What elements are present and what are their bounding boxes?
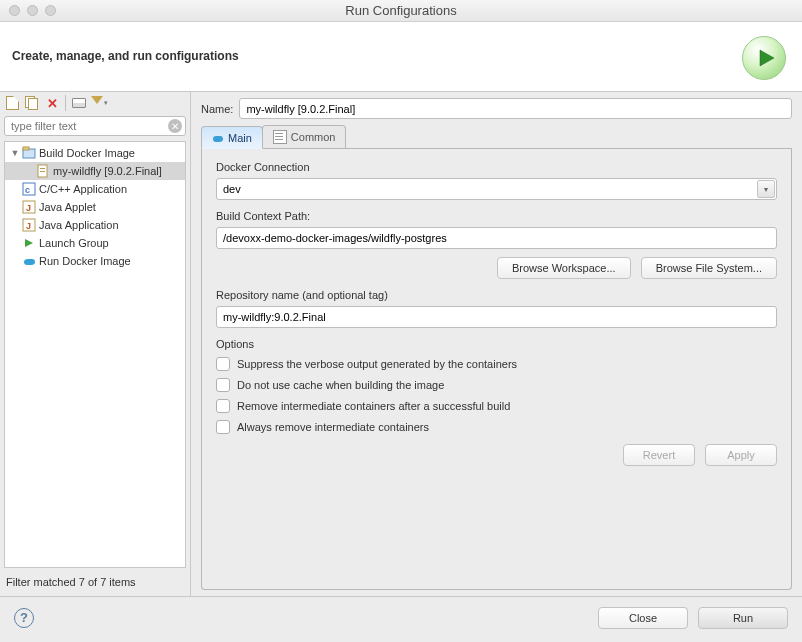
svg-text:J: J xyxy=(26,221,31,231)
option-label: Remove intermediate containers after a s… xyxy=(237,400,510,412)
apply-button[interactable]: Apply xyxy=(705,444,777,466)
sidebar-toolbar: ✕ ▾ xyxy=(0,92,190,114)
docker-connection-select[interactable] xyxy=(216,178,777,200)
tree-node-launch-group[interactable]: Launch Group xyxy=(5,234,185,252)
filter-status: Filter matched 7 of 7 items xyxy=(0,572,190,596)
new-config-button[interactable] xyxy=(3,94,21,112)
option-label: Do not use cache when building the image xyxy=(237,379,444,391)
tree-node-c-cpp[interactable]: c C/C++ Application xyxy=(5,180,185,198)
duplicate-config-button[interactable] xyxy=(23,94,41,112)
name-label: Name: xyxy=(201,103,233,115)
filter-input[interactable] xyxy=(4,116,186,136)
main-tab-panel: Docker Connection ▾ Build Context Path: … xyxy=(201,149,792,590)
zoom-window-icon[interactable] xyxy=(45,5,56,16)
svg-rect-2 xyxy=(23,147,29,150)
tree-label: Run Docker Image xyxy=(39,255,131,267)
checkbox-icon[interactable] xyxy=(216,399,230,413)
tree-label: Java Application xyxy=(39,219,119,231)
close-window-icon[interactable] xyxy=(9,5,20,16)
docker-icon xyxy=(212,132,224,144)
repo-name-label: Repository name (and optional tag) xyxy=(216,289,777,301)
tree-label: my-wildfly [9.0.2.Final] xyxy=(53,165,162,177)
delete-config-button[interactable]: ✕ xyxy=(43,94,61,112)
svg-rect-4 xyxy=(40,168,45,169)
close-button[interactable]: Close xyxy=(598,607,688,629)
config-tree[interactable]: ▼ Build Docker Image my-wildfly [9.0.2.F… xyxy=(4,141,186,568)
svg-text:c: c xyxy=(25,185,30,195)
chevron-down-icon[interactable]: ▾ xyxy=(757,180,775,198)
checkbox-icon[interactable] xyxy=(216,357,230,371)
context-path-label: Build Context Path: xyxy=(216,210,777,222)
window-controls xyxy=(9,5,56,16)
tree-node-my-wildfly[interactable]: my-wildfly [9.0.2.Final] xyxy=(5,162,185,180)
tree-label: Java Applet xyxy=(39,201,96,213)
run-button[interactable]: Run xyxy=(698,607,788,629)
option-always-remove[interactable]: Always remove intermediate containers xyxy=(216,420,777,434)
browse-filesystem-button[interactable]: Browse File System... xyxy=(641,257,777,279)
revert-button[interactable]: Revert xyxy=(623,444,695,466)
page-title: Create, manage, and run configurations xyxy=(12,49,239,63)
tree-label: Launch Group xyxy=(39,237,109,249)
tab-main-label: Main xyxy=(228,132,252,144)
filter-menu-button[interactable]: ▾ xyxy=(90,94,108,112)
repo-name-input[interactable] xyxy=(216,306,777,328)
collapse-all-button[interactable] xyxy=(70,94,88,112)
name-input[interactable] xyxy=(239,98,792,119)
svg-text:J: J xyxy=(26,203,31,213)
context-path-input[interactable] xyxy=(216,227,777,249)
tab-main[interactable]: Main xyxy=(201,126,263,149)
clear-filter-icon[interactable]: ✕ xyxy=(168,119,182,133)
config-editor: Name: Main Common Docker Connection ▾ Bu… xyxy=(191,92,802,596)
browse-workspace-button[interactable]: Browse Workspace... xyxy=(497,257,631,279)
options-label: Options xyxy=(216,338,777,350)
option-no-cache[interactable]: Do not use cache when building the image xyxy=(216,378,777,392)
checkbox-icon[interactable] xyxy=(216,378,230,392)
option-label: Suppress the verbose output generated by… xyxy=(237,358,517,370)
option-remove-intermediate[interactable]: Remove intermediate containers after a s… xyxy=(216,399,777,413)
docker-connection-label: Docker Connection xyxy=(216,161,777,173)
tree-label: Build Docker Image xyxy=(39,147,135,159)
tab-common-label: Common xyxy=(291,131,336,143)
help-icon[interactable]: ? xyxy=(14,608,34,628)
configurations-sidebar: ✕ ▾ ✕ ▼ Build Docker Image my-wildfly [9… xyxy=(0,92,191,596)
svg-marker-0 xyxy=(760,50,774,66)
checkbox-icon[interactable] xyxy=(216,420,230,434)
toolbar-separator xyxy=(65,95,66,111)
document-icon xyxy=(273,130,287,144)
window-title: Run Configurations xyxy=(0,3,802,18)
option-suppress-verbose[interactable]: Suppress the verbose output generated by… xyxy=(216,357,777,371)
tree-node-java-app[interactable]: J Java Application xyxy=(5,216,185,234)
tree-label: C/C++ Application xyxy=(39,183,127,195)
tab-bar: Main Common xyxy=(201,125,792,149)
tab-common[interactable]: Common xyxy=(262,125,347,148)
dialog-footer: ? Close Run xyxy=(0,596,802,642)
svg-rect-5 xyxy=(40,171,45,172)
tree-node-run-docker[interactable]: Run Docker Image xyxy=(5,252,185,270)
svg-marker-12 xyxy=(25,239,33,247)
window-titlebar: Run Configurations xyxy=(0,0,802,22)
dialog-header: Create, manage, and run configurations xyxy=(0,22,802,92)
minimize-window-icon[interactable] xyxy=(27,5,38,16)
run-orb-icon xyxy=(742,36,786,80)
option-label: Always remove intermediate containers xyxy=(237,421,429,433)
tree-node-build-docker[interactable]: ▼ Build Docker Image xyxy=(5,144,185,162)
tree-node-java-applet[interactable]: J Java Applet xyxy=(5,198,185,216)
